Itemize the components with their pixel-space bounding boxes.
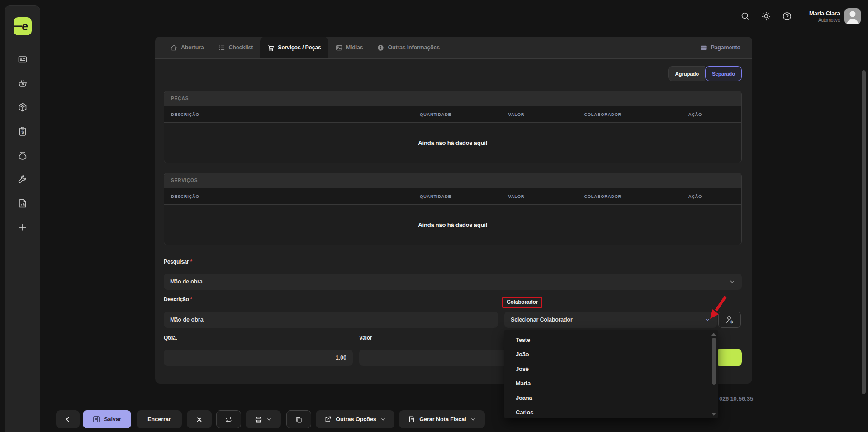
- svg-text:$: $: [21, 130, 24, 134]
- shopping-basket-icon[interactable]: [18, 78, 28, 88]
- colaborador-dropdown: Teste João José Maria Joana Carlos: [504, 330, 718, 418]
- logo-icon: e: [14, 17, 32, 35]
- dropdown-option[interactable]: Teste: [504, 332, 718, 347]
- cart-icon: [267, 44, 274, 51]
- descricao-input[interactable]: [164, 312, 498, 328]
- timestamp: 026 10:56:35: [719, 395, 753, 402]
- toggle-separado[interactable]: Separado: [705, 66, 742, 81]
- servicos-section-title: SERVIÇOS: [164, 173, 741, 188]
- money-bag-icon[interactable]: [18, 150, 28, 160]
- plus-icon[interactable]: [18, 222, 28, 232]
- scroll-up-arrow[interactable]: [711, 333, 716, 336]
- servicos-empty-state: Ainda não há dados aqui!: [164, 205, 741, 245]
- svg-text:e: e: [22, 19, 28, 33]
- encerrar-label: Encerrar: [147, 416, 171, 422]
- checklist-icon: [218, 44, 225, 51]
- help-icon[interactable]: [782, 11, 792, 21]
- valor-label: Valor: [359, 335, 372, 341]
- dropdown-option[interactable]: João: [504, 347, 718, 361]
- tab-label: Outras Informações: [388, 44, 440, 51]
- dropdown-option[interactable]: Carlos: [504, 405, 718, 418]
- avatar[interactable]: [844, 8, 861, 24]
- column-header: QUANTIDADE: [395, 194, 476, 199]
- image-icon: [336, 44, 342, 51]
- chevron-down-icon: [470, 417, 476, 422]
- search-icon[interactable]: [740, 11, 750, 21]
- close-button[interactable]: [187, 410, 212, 428]
- pecas-section-title: PEÇAS: [164, 91, 741, 106]
- pesquisar-select[interactable]: Mão de obra: [164, 274, 742, 290]
- tab-checklist[interactable]: Checklist: [211, 37, 261, 58]
- dropdown-option[interactable]: Maria: [504, 376, 718, 390]
- copy-button[interactable]: [286, 410, 311, 428]
- printer-icon: [255, 416, 262, 423]
- app-logo[interactable]: e: [14, 17, 32, 35]
- chevron-down-icon: [729, 278, 735, 285]
- scroll-down-arrow[interactable]: [711, 413, 716, 416]
- invoice-dollar-icon[interactable]: $: [18, 126, 28, 136]
- column-header: VALOR: [476, 194, 557, 199]
- outras-opcoes-button[interactable]: Outras Opções: [316, 410, 394, 428]
- group-toggle: Agrupado Separado: [668, 66, 742, 81]
- qtda-input[interactable]: [164, 350, 353, 366]
- wrench-icon[interactable]: [18, 174, 28, 184]
- tab-outras-informacoes[interactable]: Outras Informações: [370, 37, 447, 58]
- descricao-label: Descrição*: [164, 296, 192, 302]
- encerrar-button[interactable]: Encerrar: [137, 410, 182, 428]
- save-label: Salvar: [104, 416, 121, 422]
- toggle-agrupado[interactable]: Agrupado: [668, 66, 705, 81]
- required-mark: *: [190, 296, 192, 302]
- dropdown-scrollbar[interactable]: [712, 338, 716, 385]
- close-icon: [196, 416, 203, 423]
- column-header: AÇÃO: [649, 112, 741, 117]
- tab-label: Abertura: [181, 44, 204, 51]
- page-scrollbar[interactable]: [862, 70, 866, 394]
- tab-label: Pagamento: [711, 44, 740, 51]
- tab-pagamento[interactable]: Pagamento: [693, 37, 748, 58]
- colaborador-label-annotation: Colaborador: [502, 297, 542, 308]
- brightness-icon[interactable]: [761, 11, 771, 21]
- report-file-icon[interactable]: [18, 198, 28, 208]
- colaborador-placeholder: Selecionar Colaborador: [511, 317, 573, 323]
- column-header: DESCRIÇÃO: [164, 194, 395, 199]
- info-icon: [377, 44, 384, 51]
- colaborador-label: Colaborador: [507, 299, 538, 305]
- dropdown-option[interactable]: Joana: [504, 390, 718, 405]
- tab-label: Mídias: [346, 44, 363, 51]
- add-colaborador-button[interactable]: $: [718, 312, 741, 328]
- column-header: COLABORADOR: [557, 112, 649, 117]
- tab-bar: Abertura Checklist Serviços / Peças: [155, 37, 752, 59]
- servicos-section: SERVIÇOS DESCRIÇÃO QUANTIDADE VALOR COLA…: [164, 173, 742, 245]
- external-link-icon: [324, 416, 332, 423]
- tab-abertura[interactable]: Abertura: [163, 37, 211, 58]
- id-card-icon[interactable]: [18, 54, 28, 64]
- gerar-nota-fiscal-button[interactable]: Gerar Nota Fiscal: [399, 410, 485, 428]
- add-item-button[interactable]: [716, 349, 742, 366]
- qtda-label: Qtda.: [164, 335, 177, 341]
- pesquisar-label: Pesquisar*: [164, 259, 192, 265]
- person-icon: [844, 8, 861, 24]
- home-icon: [171, 44, 177, 51]
- column-header: VALOR: [476, 112, 557, 117]
- repeat-icon: [225, 416, 232, 423]
- user-menu[interactable]: Maria Clara Automotivo: [809, 8, 861, 24]
- repeat-button[interactable]: [216, 410, 241, 428]
- pesquisar-value: Mão de obra: [170, 278, 202, 285]
- colaborador-select[interactable]: Selecionar Colaborador: [504, 312, 717, 328]
- chevron-down-icon: [704, 317, 711, 323]
- tab-label: Serviços / Peças: [278, 44, 321, 51]
- user-dollar-icon: $: [725, 315, 734, 324]
- chevron-down-icon: [266, 417, 272, 422]
- tab-label: Checklist: [229, 44, 253, 51]
- dropdown-option[interactable]: José: [504, 361, 718, 376]
- sidebar: e $: [5, 5, 40, 432]
- tab-servicos-pecas[interactable]: Serviços / Peças: [260, 37, 328, 58]
- print-button[interactable]: [246, 410, 281, 428]
- save-icon: [93, 416, 100, 423]
- save-button[interactable]: Salvar: [83, 410, 131, 428]
- tab-midias[interactable]: Mídias: [328, 37, 370, 58]
- back-button[interactable]: [56, 410, 80, 428]
- package-cube-icon[interactable]: [18, 102, 28, 112]
- app-window: e $: [0, 0, 868, 432]
- svg-text:$: $: [731, 320, 733, 324]
